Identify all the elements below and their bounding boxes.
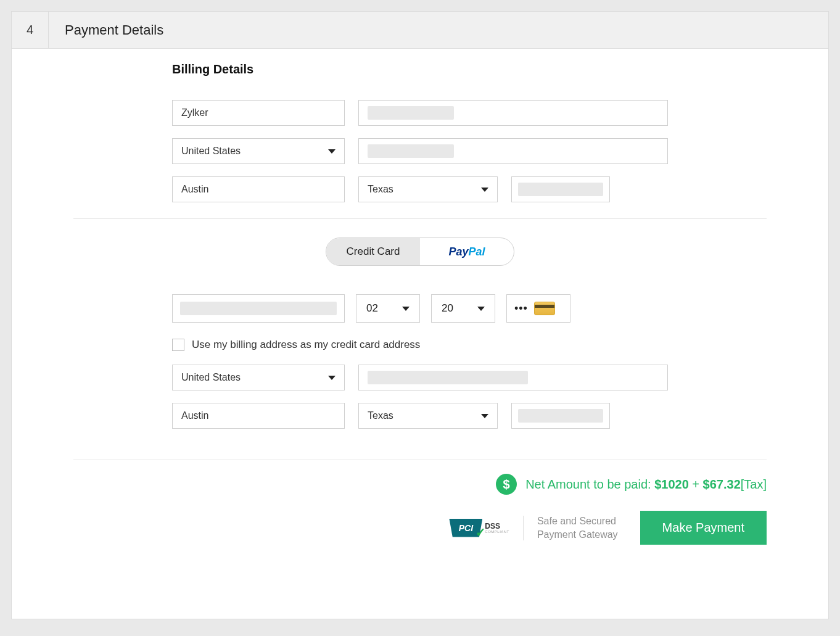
- net-tax-suffix: [Tax]: [741, 477, 767, 491]
- net-amount-value: $1020: [654, 477, 689, 491]
- billing-city-input[interactable]: Austin: [172, 176, 345, 202]
- panel-header: 4 Payment Details: [12, 12, 828, 49]
- use-billing-address-checkbox[interactable]: [172, 339, 184, 351]
- placeholder-block: [518, 183, 603, 196]
- placeholder-block: [368, 144, 454, 158]
- chevron-down-icon: [477, 307, 485, 311]
- card-city-input[interactable]: Austin: [172, 403, 345, 429]
- placeholder-block: [518, 409, 603, 423]
- credit-card-back-icon: [534, 302, 555, 315]
- card-country-value: United States: [181, 372, 241, 383]
- chevron-down-icon: [328, 376, 336, 380]
- card-zip-input[interactable]: [511, 403, 610, 429]
- placeholder-block: [368, 106, 454, 120]
- chevron-down-icon: [481, 188, 488, 192]
- footer-divider: [73, 460, 767, 460]
- card-number-input[interactable]: [172, 294, 345, 323]
- net-plus: +: [689, 477, 703, 491]
- billing-country-select[interactable]: United States: [172, 138, 345, 164]
- billing-state-value: Texas: [368, 184, 393, 195]
- tab-credit-card[interactable]: Credit Card: [326, 238, 420, 265]
- billing-name-value: Zylker: [181, 107, 208, 118]
- billing-name-input[interactable]: Zylker: [172, 100, 345, 126]
- billing-country-value: United States: [181, 146, 241, 157]
- card-cvv-input[interactable]: •••: [506, 294, 570, 323]
- checkmark-icon: ✓: [476, 525, 486, 540]
- make-payment-button[interactable]: Make Payment: [640, 511, 767, 545]
- payment-panel: 4 Payment Details Billing Details Zylker…: [11, 11, 829, 619]
- use-billing-address-label: Use my billing address as my credit card…: [192, 339, 420, 351]
- step-number: 4: [12, 12, 49, 48]
- chevron-down-icon: [402, 307, 410, 311]
- placeholder-block: [180, 302, 337, 315]
- section-divider: [73, 218, 767, 219]
- vertical-divider: [523, 516, 524, 540]
- card-street-input[interactable]: [358, 365, 668, 390]
- payment-method-toggle: Credit Card PayPal: [326, 237, 514, 266]
- billing-details-heading: Billing Details: [172, 62, 668, 76]
- pci-dss-badge: PCI ✓ DSS COMPLIANT: [449, 519, 509, 537]
- card-country-select[interactable]: United States: [172, 365, 345, 390]
- cvv-mask: •••: [514, 302, 528, 315]
- net-amount-label: Net Amount to be paid:: [525, 477, 654, 491]
- card-exp-year-value: 20: [442, 302, 453, 315]
- card-state-select[interactable]: Texas: [358, 403, 498, 429]
- chevron-down-icon: [481, 414, 488, 418]
- chevron-down-icon: [328, 149, 336, 154]
- billing-address-line1-input[interactable]: [358, 100, 668, 126]
- card-city-value: Austin: [181, 410, 208, 421]
- billing-state-select[interactable]: Texas: [358, 176, 498, 202]
- secure-gateway-text: Safe and Secured Payment Gateway: [537, 514, 618, 541]
- card-state-value: Texas: [368, 410, 393, 421]
- placeholder-block: [368, 371, 528, 384]
- billing-zip-input[interactable]: [511, 176, 610, 202]
- card-exp-month-select[interactable]: 02: [356, 294, 420, 323]
- tab-paypal[interactable]: PayPal: [420, 238, 514, 265]
- net-tax-value: $67.32: [703, 477, 741, 491]
- paypal-logo: PayPal: [448, 246, 485, 258]
- net-amount-row: $ Net Amount to be paid: $1020 + $67.32[…: [172, 474, 767, 495]
- card-exp-year-select[interactable]: 20: [431, 294, 495, 323]
- credit-card-label: Credit Card: [347, 246, 400, 258]
- step-title: Payment Details: [49, 12, 163, 48]
- billing-city-value: Austin: [181, 184, 208, 195]
- dollar-icon: $: [496, 474, 517, 495]
- billing-address-line2-input[interactable]: [358, 138, 668, 164]
- card-exp-month-value: 02: [366, 302, 378, 315]
